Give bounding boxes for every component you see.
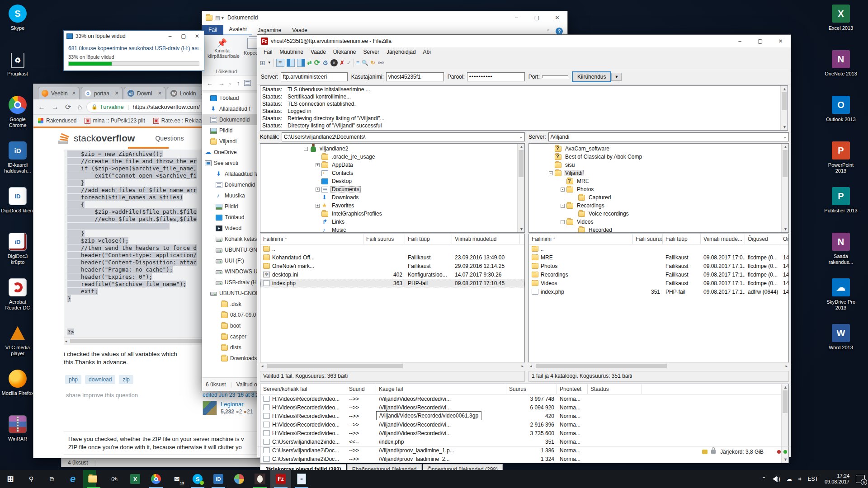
queue-row-1[interactable]: H:\Videos\Recorded\video...-->>/Viljandi… — [260, 394, 788, 403]
toggle-queue-icon[interactable]: ⇄ — [307, 60, 312, 66]
nav-dropdown-icon[interactable]: ⌄ — [228, 80, 232, 85]
remote-tree-scrollbar[interactable]: ▲▼ — [781, 144, 788, 232]
column-header-3[interactable]: Faili tüüp — [405, 234, 452, 244]
user-name[interactable]: Legionar — [221, 401, 253, 408]
explorer-tab-avaleht[interactable]: Avaleht — [223, 25, 252, 35]
chrome-icon[interactable] — [146, 470, 166, 488]
toggle-log-icon[interactable]: ≣ — [276, 59, 284, 67]
tag-download[interactable]: download — [85, 375, 115, 384]
nav-item-usb-draiv-h-[interactable]: USB-draiv (H:) — [202, 277, 257, 288]
file-row-desktop-ini[interactable]: desktop.ini402Konfiguratsioo...14.07.201… — [260, 270, 524, 279]
chrome-tab-2[interactable]: Gportaa✕ — [81, 87, 123, 99]
nav-item-allalaaditud-fa[interactable]: Allalaaditud fa — [202, 169, 257, 179]
desktop-icon-id[interactable]: iDID-kaardi haldusvah... — [0, 141, 35, 174]
edited-link[interactable]: edited Jun 23 '16 at 8:26 — [203, 392, 262, 398]
menu-server[interactable]: Server — [360, 48, 383, 56]
site-manager-dropdown-icon[interactable]: ▼ — [268, 61, 271, 65]
desktop-icon-acrobat[interactable]: Acrobat Reader DC — [0, 277, 35, 311]
reconnect-icon[interactable]: ✓ — [347, 60, 351, 66]
file-row-index-php[interactable]: index.php351PHP-fail09.08.2017 17:1...ad… — [529, 287, 788, 296]
tree-node-contacts[interactable]: Contacts — [260, 169, 524, 177]
back-icon[interactable]: ← — [38, 103, 45, 111]
file-row-OneNote-i-m-rk-[interactable]: OneNote'i märk...Failikaust29.09.2016 12… — [260, 262, 524, 270]
nav-item--disk[interactable]: .disk — [202, 299, 257, 310]
file-row-Kohandatud-Off-[interactable]: Kohandatud Off...Failikaust23.09.2016 13… — [260, 253, 524, 262]
home-icon[interactable]: ⌂ — [77, 103, 82, 111]
expander-icon[interactable]: - — [561, 188, 565, 192]
menu-abi[interactable]: Abi — [420, 48, 434, 56]
log-scrollbar[interactable]: ▲▼ — [780, 86, 788, 130]
skype-icon[interactable]: S — [187, 470, 208, 488]
toggle-remote-tree-icon[interactable] — [297, 59, 305, 67]
file-row-Videos[interactable]: VideosFailikaust09.08.2017 17:1...flcdmp… — [529, 279, 788, 287]
compare-icon[interactable]: 🔍 — [362, 60, 368, 66]
nav-item-viljandi[interactable]: Viljandi — [202, 136, 257, 147]
queue-row-6[interactable]: C:\Users\viljandlane2\inde...<<--/index.… — [260, 437, 788, 446]
desktop-icon-word[interactable]: WWord 2013 — [824, 323, 858, 351]
local-tree-scrollbar[interactable]: ▲▼ — [517, 144, 524, 232]
tree-node-appdata[interactable]: +AppData — [260, 161, 524, 169]
tree-node-downloads[interactable]: Downloads — [260, 193, 524, 202]
menu-muutmine[interactable]: Muutmine — [276, 48, 307, 56]
file-row--[interactable]: .. — [529, 244, 788, 253]
app-egg-icon[interactable] — [250, 470, 270, 488]
column-header-1[interactable]: Failinimi ⌃ — [260, 234, 363, 244]
filter-icon[interactable]: ≡ — [356, 60, 359, 66]
tree-node-photos[interactable]: -Photos — [529, 185, 788, 193]
nav-up-icon[interactable]: ↑ — [236, 80, 240, 87]
fz-close-button[interactable]: ✕ — [770, 35, 791, 48]
nav-item-see-arvuti[interactable]: See arvuti — [202, 158, 257, 169]
tree-node-links[interactable]: Links — [260, 218, 524, 226]
refresh-icon[interactable]: ⟳ — [65, 103, 71, 111]
tree-node-mre[interactable]: MRE — [529, 177, 788, 185]
desktop-icon-recycle[interactable]: ♻Prügikast — [0, 49, 35, 77]
desktop-icon-onenote[interactable]: NOneNote 2013 — [824, 49, 858, 77]
tab-close-icon[interactable]: ✕ — [69, 90, 76, 96]
onedrive-icon[interactable]: ☁ — [783, 470, 795, 488]
mail-icon[interactable]: ✉13 — [166, 470, 187, 488]
column-header-3[interactable]: Faili tüüp — [663, 234, 701, 244]
file-explorer-icon[interactable] — [83, 470, 104, 488]
nav-item-t-laud[interactable]: Töölaud — [202, 212, 257, 223]
desktop-icon-skype[interactable]: SSkype — [0, 4, 35, 31]
forward-icon[interactable]: → — [52, 103, 59, 111]
menu-järjehoidjad[interactable]: Järjehoidjad — [383, 48, 420, 56]
expander-icon[interactable]: + — [316, 204, 320, 208]
store-icon[interactable]: 🛍 — [104, 470, 125, 488]
pin-quickaccess-button[interactable]: 📌 Kinnita kiirpääsuribale — [208, 38, 236, 59]
desktop-icon-excel[interactable]: XExcel 2013 — [824, 4, 858, 31]
file-row-Photos[interactable]: PhotosFailikaust09.08.2017 17:1...flcdmp… — [529, 262, 788, 270]
queue-column-1[interactable]: Serveri/kohalik fail — [260, 384, 346, 394]
tree-node-intelgraphicsprofiles[interactable]: IntelGraphicsProfiles — [260, 210, 524, 218]
local-list-hscrollbar[interactable]: ◂▸ — [260, 362, 525, 369]
port-input[interactable] — [542, 75, 568, 78]
column-header-6[interactable]: Om... — [780, 234, 789, 244]
menu-ülekanne[interactable]: Ülekanne — [330, 48, 360, 56]
cancel-icon[interactable]: ✕ — [330, 59, 338, 66]
bookmark-apps[interactable]: Rakendused — [46, 117, 76, 124]
tree-node-favorites[interactable]: +Favorites — [260, 202, 524, 210]
fz-maximize-button[interactable]: ▢ — [750, 35, 770, 48]
chrome-tab-1[interactable]: Veebin✕ — [38, 87, 80, 99]
tree-node-viljandlane2[interactable]: -viljandlane2 — [260, 145, 524, 153]
desktop-icon-skydrive[interactable]: ☁SkyDrive Pro 2013 — [824, 277, 858, 311]
queue-row-3[interactable]: H:\Videos\Recorded\video...-->>/Viljandi… — [260, 412, 788, 420]
clock[interactable]: 17:2409.08.2017 — [821, 470, 853, 488]
quickconnect-dropdown[interactable]: ▼ — [611, 73, 622, 81]
edge-icon[interactable]: e — [62, 470, 83, 488]
disconnect-icon[interactable]: ✗ — [340, 60, 344, 66]
nav-item-dists[interactable]: dists — [202, 342, 257, 353]
dialog-minimize-button[interactable]: – — [163, 31, 177, 42]
task-view-icon[interactable]: ⧉ — [42, 470, 62, 488]
language-indicator[interactable]: EST — [805, 470, 821, 488]
desktop-icon-outlook[interactable]: OOutlook 2013 — [824, 95, 858, 122]
nav-item-pildid[interactable]: Pildid — [202, 125, 257, 136]
sync-browse-icon[interactable]: ↻ — [371, 60, 375, 66]
nav-item-downloads-f5[interactable]: Downloads_F5 — [202, 353, 257, 364]
queue-column-4[interactable]: Suurus — [506, 384, 557, 394]
nav-item-dokumendid[interactable]: Dokumendid — [202, 114, 257, 125]
id-updater-icon[interactable]: iD — [208, 470, 229, 488]
site-manager-icon[interactable]: ⊞ — [260, 59, 265, 66]
tree-node--oracle-jre-usage[interactable]: .oracle_jre_usage — [260, 153, 524, 161]
expander-icon[interactable]: - — [549, 171, 553, 175]
